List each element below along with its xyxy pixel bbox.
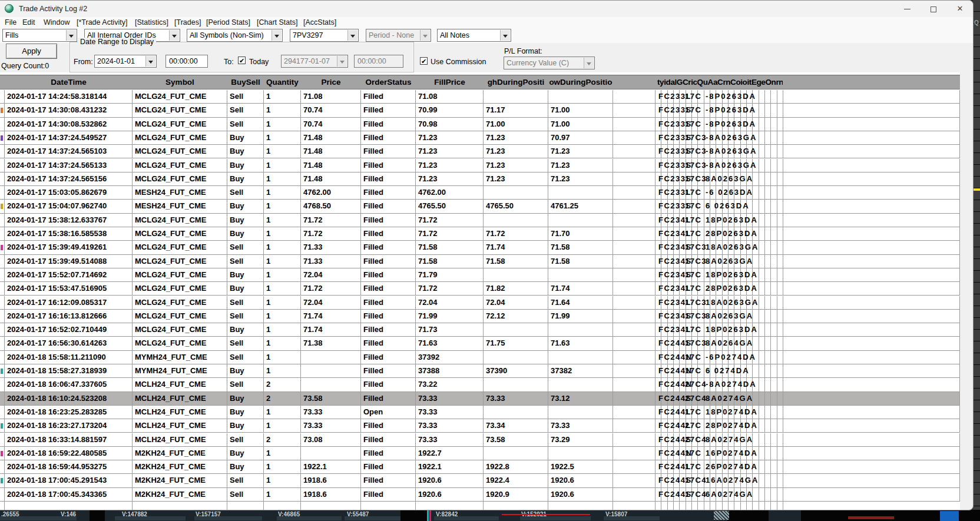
- table-row[interactable]: 2024-01-17 14:37:24.565133MCLG24_FUT_CME…: [0, 159, 960, 172]
- table-row[interactable]: 2024-01-18 16:10:24.523208MCLH24_FUT_CME…: [0, 392, 960, 406]
- from-date-dropdown[interactable]: 2024-01-01: [94, 55, 157, 68]
- table-row[interactable]: 2024-01-17 14:37:24.549527MCLG24_FUT_CME…: [0, 131, 960, 145]
- table-row[interactable]: 2024-01-18 16:06:47.337605MCLH24_FUT_CME…: [0, 378, 960, 391]
- table-row[interactable]: 2024-01-17 15:52:07.714692MCLG24_FUT_CME…: [0, 268, 960, 282]
- cell-indicator: [0, 460, 5, 473]
- fills-dropdown[interactable]: Fills: [2, 29, 77, 42]
- menu-trades[interactable]: [Trades]: [174, 18, 201, 26]
- table-row[interactable]: 2024-01-17 16:56:30.614263MCLG24_FUT_CME…: [0, 337, 960, 350]
- dropdown-arrow-icon[interactable]: [500, 30, 510, 41]
- cell-indicator: [0, 296, 5, 309]
- cell-price: 4768.50: [301, 200, 361, 213]
- from-time-field[interactable]: 00:00:00: [165, 55, 208, 68]
- title-bar[interactable]: Trade Activity Log #2 ✕: [0, 1, 973, 17]
- column-header-datetime[interactable]: DateTime: [5, 75, 133, 89]
- apply-button[interactable]: Apply: [6, 44, 57, 59]
- column-header-buysell[interactable]: BuySell: [227, 75, 264, 89]
- column-header-lowduringposition[interactable]: owDuringPositio: [548, 75, 613, 89]
- menu-period-stats[interactable]: [Period Stats]: [206, 18, 250, 26]
- table-row[interactable]: 2024-01-18 17:00:45.343365M2KH24_FUT_CME…: [0, 488, 960, 502]
- background-dotted-block: [714, 511, 729, 520]
- cell-price: 71.48: [301, 131, 361, 144]
- dropdown-arrow-icon[interactable]: [169, 30, 179, 41]
- table-row[interactable]: 2024-01-17 15:39:49.419261MCLG24_FUT_CME…: [0, 241, 960, 254]
- dropdown-arrow-icon[interactable]: [272, 30, 282, 41]
- column-header-price[interactable]: Price: [301, 75, 361, 89]
- row-indicator-mark: [1, 478, 3, 483]
- cell-orderstatus: Filled: [361, 419, 416, 432]
- table-row[interactable]: 2024-01-17 16:16:13.812666MCLG24_FUT_CME…: [0, 310, 960, 323]
- table-row[interactable]: 2024-01-18 15:58:11.211090MYMH24_FUT_CME…: [0, 351, 960, 364]
- use-commission-checkbox[interactable]: ✔: [420, 57, 428, 65]
- notes-dropdown-value: All Notes: [440, 31, 499, 39]
- maximize-button[interactable]: [925, 4, 942, 14]
- truncated-cell-text: 17C3: [685, 339, 707, 347]
- table-row[interactable]: 2024-01-17 16:52:02.710449MCLG24_FUT_CME…: [0, 323, 960, 337]
- cell-blank: [613, 460, 655, 473]
- cell-fillprice: 71.58: [416, 241, 484, 254]
- table-row[interactable]: 2024-01-18 16:23:25.283285MCLH24_FUT_CME…: [0, 406, 960, 419]
- menu-window[interactable]: Window: [44, 18, 69, 26]
- column-header-symbol[interactable]: Symbol: [133, 75, 227, 89]
- cell-blank-end: [783, 186, 960, 199]
- truncated-columns-header[interactable]: tyidalGCricQuAaCrnCoioitEgeOnrn: [657, 75, 783, 89]
- column-header-indicator[interactable]: [0, 75, 5, 89]
- table-row[interactable]: 2024-01-17 15:38:16.585538MCLG24_FUT_CME…: [0, 227, 960, 241]
- background-block: [277, 516, 342, 520]
- cell-blank: [613, 447, 655, 460]
- table-header-row[interactable]: tyidalGCricQuAaCrnCoioitEgeOnrn DateTime…: [0, 75, 960, 89]
- menu-statistics[interactable]: [Statistics]: [135, 18, 168, 26]
- menu-file[interactable]: File: [5, 18, 16, 26]
- cell-blank-end: [783, 419, 960, 432]
- dropdown-arrow-icon[interactable]: [145, 56, 155, 67]
- column-header-fillprice[interactable]: FillPrice: [416, 75, 484, 89]
- table-row[interactable]: 2024-01-18 17:00:45.291543M2KH24_FUT_CME…: [0, 474, 960, 487]
- cell-blank: [613, 474, 655, 487]
- table-row[interactable]: 2024-01-17 15:38:12.633767MCLG24_FUT_CME…: [0, 214, 960, 227]
- table-row[interactable]: 2024-01-17 14:30:08.431232MCLG24_FUT_CME…: [0, 104, 960, 117]
- table-row[interactable]: 2024-01-17 15:53:47.516905MCLG24_FUT_CME…: [0, 282, 960, 296]
- table-row[interactable]: 2024-01-18 16:33:14.881597MCLH24_FUT_CME…: [0, 433, 960, 447]
- table-row[interactable]: 2024-01-18 16:59:22.480585M2KH24_FUT_CME…: [0, 447, 960, 460]
- dropdown-arrow-icon[interactable]: [347, 30, 357, 41]
- menu-chart-stats[interactable]: [Chart Stats]: [257, 18, 297, 26]
- table-row[interactable]: 2024-01-17 15:04:07.962740MESH24_FUT_CME…: [0, 200, 960, 213]
- table-row[interactable]: 2024-01-17 15:39:49.514088MCLG24_FUT_CME…: [0, 255, 960, 268]
- close-button[interactable]: ✕: [951, 4, 969, 14]
- cell-fillprice: 71.73: [416, 323, 484, 336]
- minimize-button[interactable]: [898, 4, 916, 14]
- account-dropdown[interactable]: 7PV3297: [290, 29, 359, 42]
- cell-orderstatus: Filled: [361, 488, 416, 501]
- row-indicator-mark: [1, 135, 3, 141]
- table-row[interactable]: 2024-01-18 16:59:44.953275M2KH24_FUT_CME…: [0, 460, 960, 474]
- menu-trade-activity[interactable]: [*Trade Activity]: [77, 18, 127, 26]
- symbols-dropdown[interactable]: All Symbols (Non-Sim): [187, 29, 283, 42]
- cell-indicator: [0, 200, 5, 213]
- table-row[interactable]: 2024-01-17 15:03:05.862679MESH24_FUT_CME…: [0, 186, 960, 200]
- truncated-cell-text: -8A0263GA: [706, 161, 757, 170]
- truncated-cell-text: 28P0263DA: [706, 284, 758, 293]
- column-header-highduringposition[interactable]: ghDuringPositi: [484, 75, 548, 89]
- table-row[interactable]: 2024-01-17 14:37:24.565103MCLG24_FUT_CME…: [0, 145, 960, 158]
- table-row[interactable]: 2024-01-18 16:23:27.173204MCLH24_FUT_CME…: [0, 419, 960, 433]
- dropdown-arrow-icon: [420, 30, 430, 41]
- dropdown-arrow-icon[interactable]: [66, 30, 76, 41]
- cell-price: [301, 447, 361, 460]
- table-row[interactable]: 2024-01-17 14:37:24.565156MCLG24_FUT_CME…: [0, 172, 960, 186]
- table-row[interactable]: 2024-01-17 14:30:08.532862MCLG24_FUT_CME…: [0, 118, 960, 131]
- column-header-quantity[interactable]: Quantity: [264, 75, 301, 89]
- menu-edit[interactable]: Edit: [22, 18, 35, 26]
- column-header-blank[interactable]: [613, 75, 655, 89]
- column-header-orderstatus[interactable]: OrderStatus: [361, 75, 416, 89]
- table-row[interactable]: 2024-01-17 16:12:09.085317MCLG24_FUT_CME…: [0, 296, 960, 310]
- cell-highduringposition: 71.00: [484, 118, 548, 131]
- today-checkbox[interactable]: ✔: [238, 57, 246, 64]
- notes-dropdown[interactable]: All Notes: [437, 29, 511, 42]
- truncated-cell-text: -6P0274DA: [706, 353, 756, 361]
- cell-indicator: [0, 433, 5, 446]
- table-row[interactable]: 2024-01-17 14:24:58.318144MCLG24_FUT_CME…: [0, 90, 960, 104]
- menu-acc-stats[interactable]: [AccStats]: [303, 18, 336, 26]
- cell-truncated-columns: FC233S17C-8P0263DA: [655, 118, 783, 131]
- cell-blank-end: [783, 282, 960, 295]
- table-row[interactable]: 2024-01-18 15:58:27.318939MYMH24_FUT_CME…: [0, 364, 960, 378]
